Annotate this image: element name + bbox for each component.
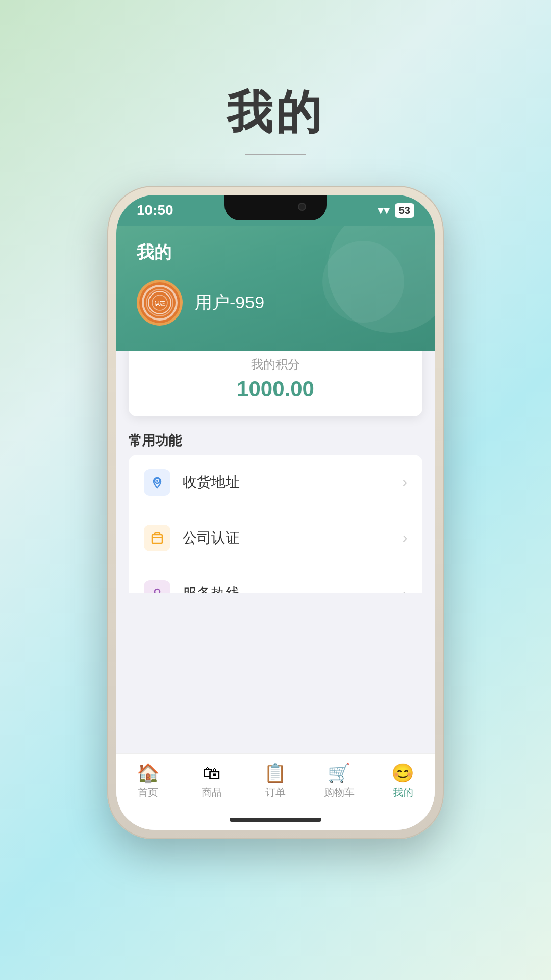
address-label: 收货地址: [183, 473, 403, 492]
company-icon: [144, 525, 170, 551]
svg-text:认证: 认证: [155, 301, 165, 306]
svg-rect-5: [152, 535, 162, 543]
page-title-area: 我的: [227, 82, 324, 155]
home-button: [230, 818, 321, 822]
company-label: 公司认证: [183, 528, 403, 548]
status-time: 10:50: [137, 202, 173, 218]
menu-list: 收货地址 › 公司认证 › 服务热线: [129, 455, 422, 593]
nav-item-products[interactable]: 🛍 商品: [186, 764, 237, 799]
home-button-area: [116, 810, 435, 830]
wifi-icon: ▾▾: [378, 203, 390, 217]
service-label: 服务热线: [183, 584, 403, 593]
menu-item-service[interactable]: 服务热线 ›: [129, 566, 422, 593]
address-icon: [144, 469, 170, 496]
points-label: 我的积分: [144, 356, 407, 373]
app-content: 我的 认证 用户-959: [116, 226, 435, 830]
avatar-seal-icon: 认证: [147, 290, 172, 315]
page-title-divider: [245, 154, 306, 155]
service-arrow: ›: [403, 585, 407, 593]
app-header: 我的 认证 用户-959: [116, 226, 435, 351]
nav-item-cart[interactable]: 🛒 购物车: [314, 764, 365, 799]
points-card: 我的积分 1000.00: [129, 341, 422, 416]
phone-shell: 10:50 ▾▾ 53 我的: [107, 186, 444, 839]
nav-item-mine[interactable]: 😊 我的: [378, 764, 429, 799]
content-spacer: [116, 593, 435, 753]
mine-nav-icon: 😊: [391, 764, 414, 782]
menu-item-address[interactable]: 收货地址 ›: [129, 455, 422, 510]
header-title: 我的: [137, 241, 414, 264]
status-icons: ▾▾ 53: [378, 203, 414, 218]
orders-nav-label: 订单: [265, 786, 286, 799]
bottom-nav: 🏠 首页 🛍 商品 📋 订单 🛒 购物车 😊 我的: [116, 753, 435, 810]
home-nav-label: 首页: [138, 786, 158, 799]
svg-point-4: [156, 480, 158, 482]
avatar: 认证: [137, 280, 183, 326]
menu-section: 常用功能 收货地址 › 公司认证 ›: [129, 432, 422, 593]
nav-item-orders[interactable]: 📋 订单: [250, 764, 301, 799]
page-title: 我的: [227, 82, 324, 144]
username: 用户-959: [195, 291, 264, 314]
phone-inner: 10:50 ▾▾ 53 我的: [116, 195, 435, 830]
orders-nav-icon: 📋: [264, 764, 287, 782]
products-nav-icon: 🛍: [203, 764, 221, 782]
cart-nav-label: 购物车: [324, 786, 355, 799]
company-arrow: ›: [403, 530, 407, 546]
menu-section-title: 常用功能: [129, 432, 422, 450]
svg-point-0: [148, 291, 171, 314]
cart-nav-icon: 🛒: [328, 764, 350, 782]
menu-item-company[interactable]: 公司认证 ›: [129, 510, 422, 566]
nav-item-home[interactable]: 🏠 首页: [122, 764, 173, 799]
status-bar: 10:50 ▾▾ 53: [116, 195, 435, 226]
user-info: 认证 用户-959: [137, 280, 414, 326]
battery-indicator: 53: [395, 203, 414, 218]
camera-icon: [298, 203, 306, 211]
home-nav-icon: 🏠: [137, 764, 160, 782]
notch: [224, 195, 327, 220]
address-arrow: ›: [403, 474, 407, 491]
svg-point-1: [152, 295, 167, 310]
svg-point-7: [155, 589, 160, 593]
service-icon: [144, 580, 170, 593]
mine-nav-label: 我的: [393, 786, 413, 799]
points-value: 1000.00: [144, 377, 407, 401]
products-nav-label: 商品: [202, 786, 222, 799]
